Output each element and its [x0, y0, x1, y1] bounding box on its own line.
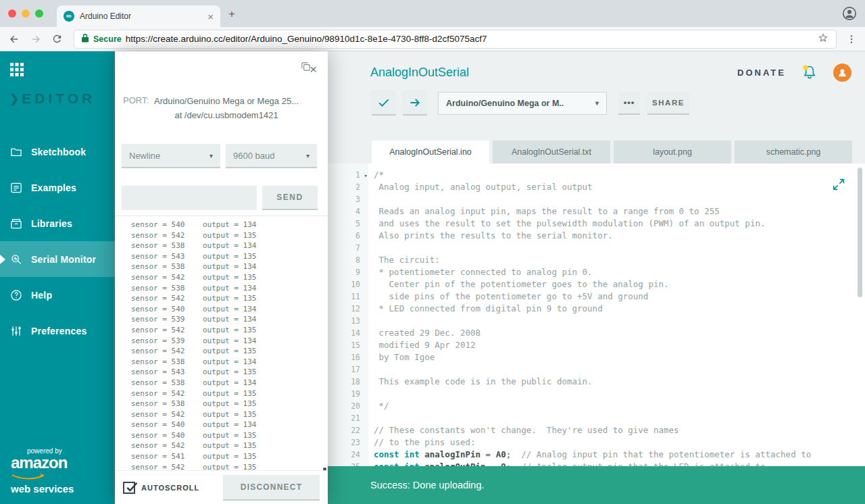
- serial-output-line: sensor = 543 output = 135: [131, 367, 328, 378]
- code-text: created 29 Dec. 2008: [368, 327, 480, 339]
- file-tab[interactable]: AnalogInOutSerial.txt: [493, 141, 610, 163]
- chevron-down-icon: ▾: [306, 152, 310, 159]
- sidebar: ❯ EDITOR Sketchbook Examples: [0, 51, 115, 504]
- user-avatar[interactable]: [833, 64, 851, 82]
- file-tab-label: layout.png: [653, 147, 692, 157]
- code-editor[interactable]: 1 ▾ /* 2 ▾ Analog input, analog output, …: [328, 163, 865, 504]
- port-label: PORT:: [123, 95, 149, 123]
- code-line: 5 ▾ and uses the result to set the pulse…: [328, 218, 865, 230]
- url-input[interactable]: Secure https://create.arduino.cc/editor/…: [74, 30, 837, 49]
- line-number: 5 ▾: [328, 218, 368, 230]
- send-button[interactable]: SEND: [262, 186, 318, 210]
- status-bar: Success: Done uploading.: [328, 466, 865, 504]
- code-line: 2 ▾ Analog input, analog output, serial …: [328, 181, 865, 193]
- refresh-icon[interactable]: [51, 33, 63, 45]
- line-number: 6 ▾: [328, 230, 368, 242]
- line-number: 1 ▾: [328, 169, 368, 181]
- serial-output-line: sensor = 542 output = 135: [131, 440, 328, 451]
- line-number: 17 ▾: [328, 363, 368, 376]
- more-options-button[interactable]: •••: [618, 92, 640, 115]
- line-number: 2 ▾: [328, 181, 368, 193]
- code-line: 17 ▾: [328, 363, 865, 376]
- donate-link[interactable]: DONATE: [737, 68, 786, 78]
- verify-button[interactable]: [372, 91, 396, 116]
- baud-rate-select[interactable]: 9600 baud ▾: [226, 144, 317, 168]
- new-tab-button[interactable]: +: [228, 7, 235, 21]
- share-button[interactable]: SHARE: [647, 92, 689, 115]
- aws-logo: powered by amazon web services: [11, 447, 74, 495]
- code-line: 3 ▾: [328, 193, 865, 205]
- code-text: */: [368, 400, 389, 412]
- sidebar-item-examples[interactable]: Examples: [0, 170, 115, 205]
- sidebar-item-sketchbook[interactable]: Sketchbook: [0, 134, 115, 170]
- code-line: 11 ▾ side pins of the potentiometer go t…: [328, 291, 865, 303]
- serial-output-line: sensor = 540 output = 135: [131, 430, 328, 441]
- code-line: 6 ▾ Also prints the results to the seria…: [328, 230, 865, 242]
- serial-output-line: sensor = 540 output = 134: [131, 304, 328, 315]
- notifications-bell-icon[interactable]: [801, 64, 818, 81]
- line-number: 8 ▾: [328, 254, 368, 266]
- logo-text: EDITOR: [22, 91, 95, 107]
- chevron-down-icon: ▾: [209, 152, 213, 159]
- code-text: Also prints the results to the serial mo…: [368, 230, 613, 242]
- port-name: Arduino/Genuino Mega or Mega 25...: [154, 95, 299, 109]
- fullscreen-expand-icon[interactable]: [831, 177, 846, 195]
- line-ending-select[interactable]: Newline ▾: [122, 144, 220, 168]
- aws-sub: web services: [11, 483, 74, 495]
- check-icon: [125, 480, 139, 494]
- serial-output-line: sensor = 542 output = 135: [131, 388, 328, 399]
- serial-output-line: sensor = 542 output = 135: [131, 346, 328, 357]
- sidebar-item-help[interactable]: Help: [0, 277, 115, 313]
- sidebar-item-preferences[interactable]: Preferences: [0, 313, 115, 349]
- code-text: [368, 412, 374, 424]
- sidebar-item-serial-monitor[interactable]: Serial Monitor: [0, 241, 115, 277]
- file-tab[interactable]: schematic.png: [735, 141, 852, 163]
- line-number: 22 ▾: [328, 424, 368, 436]
- bookmark-star-icon[interactable]: [817, 32, 829, 47]
- sidebar-item-label: Examples: [31, 182, 76, 193]
- copy-icon[interactable]: [300, 61, 312, 75]
- file-tab[interactable]: AnalogInOutSerial.ino: [372, 141, 489, 163]
- browser-tab-strip: ∞ Arduino Editor × +: [0, 0, 865, 27]
- line-number: 18 ▾: [328, 376, 368, 388]
- apps-grid-icon[interactable]: [9, 62, 24, 80]
- zoom-window-button[interactable]: [35, 9, 43, 18]
- code-text: * potentiometer connected to analog pin …: [368, 266, 593, 278]
- autoscroll-checkbox[interactable]: [123, 482, 135, 494]
- code-text: Center pin of the potentiometer goes to …: [368, 278, 669, 291]
- serial-message-input[interactable]: [122, 186, 257, 210]
- serial-output-console[interactable]: sensor = 540 output = 134 sensor = 542 o…: [115, 216, 328, 470]
- forward-icon[interactable]: [30, 33, 42, 45]
- sidebar-item-libraries[interactable]: Libraries: [0, 205, 115, 241]
- line-number: 10 ▾: [328, 278, 368, 291]
- file-tab[interactable]: layout.png: [614, 141, 731, 163]
- browser-menu-icon[interactable]: [846, 34, 857, 45]
- browser-tab[interactable]: ∞ Arduino Editor ×: [57, 5, 220, 27]
- tab-close-icon[interactable]: ×: [207, 11, 214, 22]
- code-text: and uses the result to set the pulsewidt…: [368, 218, 765, 230]
- window-controls: [8, 9, 43, 18]
- status-message: Success: Done uploading.: [370, 480, 484, 490]
- back-icon[interactable]: [8, 33, 20, 45]
- code-line: 15 ▾ modified 9 Apr 2012: [328, 339, 865, 351]
- code-text: The circuit:: [368, 254, 440, 266]
- board-select[interactable]: Arduino/Genuino Mega or M.. ▾: [438, 92, 607, 115]
- close-window-button[interactable]: [8, 9, 16, 18]
- code-text: [368, 388, 374, 400]
- minimize-window-button[interactable]: [22, 9, 30, 18]
- line-number: 7 ▾: [328, 242, 368, 254]
- code-text: Reads an analog input pin, maps the resu…: [368, 205, 720, 218]
- editor-scrollbar[interactable]: [858, 168, 862, 297]
- upload-button[interactable]: [403, 91, 427, 116]
- sidebar-item-label: Libraries: [31, 218, 72, 229]
- browser-profile-icon[interactable]: [842, 6, 857, 24]
- fold-caret-icon[interactable]: ▾: [364, 170, 368, 182]
- serial-output-line: sensor = 540 output = 134: [131, 420, 328, 430]
- serial-output-line: sensor = 543 output = 135: [131, 251, 328, 262]
- disconnect-button[interactable]: DISCONNECT: [223, 475, 320, 501]
- serial-output-line: sensor = 538 output = 134: [131, 241, 328, 251]
- serial-output-line: sensor = 539 output = 134: [131, 336, 328, 347]
- code-text: /*: [368, 169, 384, 181]
- autoscroll-label: AUTOSCROLL: [141, 484, 199, 492]
- libraries-icon: [9, 217, 23, 230]
